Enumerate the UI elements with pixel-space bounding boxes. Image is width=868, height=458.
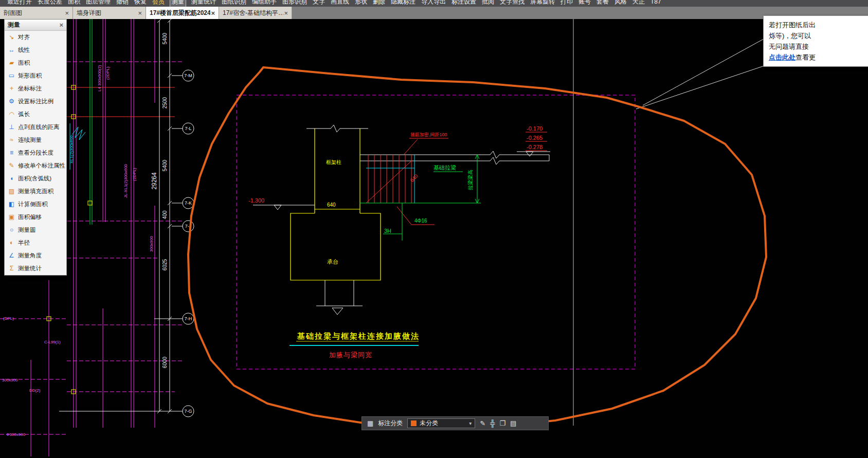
tab-label: 17#楼首层梁配筋2024… (150, 9, 210, 17)
menu-item[interactable]: 长度公差 (38, 0, 62, 7)
tool-label: 修改单个标注属性 (18, 162, 65, 170)
frame-column-label: 框架柱 (326, 159, 341, 165)
continuous-measure-icon: ≈ (8, 136, 15, 144)
menu-item[interactable]: 最近打开 (7, 0, 32, 7)
area-with-arc-icon: ◖ (8, 175, 15, 182)
menu-item[interactable]: 标注设置 (451, 0, 476, 7)
svg-text:XL1(2)300x600: XL1(2)300x600 (69, 135, 74, 163)
menu-item[interactable]: 画直线 (331, 0, 349, 7)
tool-item[interactable]: ⊥ 点到直线的距离 (5, 121, 66, 134)
tool-item[interactable]: ✎ 修改单个标注属性 (5, 159, 66, 172)
document-tab[interactable]: 17#楼首层梁配筋2024… × (146, 7, 219, 19)
svg-text:300x900: 300x900 (2, 378, 18, 382)
print-icon[interactable]: ▤ (510, 420, 516, 427)
tool-item[interactable]: ▭ 矩形面积 (5, 69, 66, 82)
menu-item[interactable]: 屏幕旋转 (530, 0, 555, 7)
document-tab[interactable]: 墙身详图 × (73, 7, 146, 19)
tool-item[interactable]: ○ 测量圆 (5, 224, 66, 236)
copy-icon[interactable]: ❐ (499, 420, 505, 427)
svg-text:400: 400 (162, 210, 168, 219)
category-grid-icon[interactable]: ▦ (367, 420, 373, 427)
menu-item[interactable]: 删除 (373, 0, 385, 7)
rebar-label: 4Φ16 (414, 218, 427, 224)
notification-text: 若打开图纸后出 (769, 20, 868, 30)
menu-item[interactable]: 文字 (313, 0, 325, 7)
level-mark: -0.170 (527, 125, 542, 132)
menu-item[interactable]: 图纸识别 (222, 0, 246, 7)
menu-item[interactable]: 风格 (614, 0, 627, 7)
area-offset-icon: ▣ (8, 213, 15, 221)
tool-item[interactable]: ∠ 测量角度 (5, 249, 66, 262)
tool-label: 半径 (18, 239, 30, 247)
menu-item[interactable]: 导入导出 (421, 0, 446, 7)
category-label: 标注分类 (378, 419, 403, 428)
orange-marker-loop (188, 67, 766, 428)
svg-text:(2DPL): (2DPL) (132, 168, 137, 181)
tool-item[interactable]: ≈ 连续测量 (5, 134, 66, 146)
tool-label: 点到直线的距离 (18, 123, 60, 131)
tool-label: 计算侧面积 (18, 200, 48, 208)
tool-label: 测量统计 (18, 265, 42, 272)
svg-text:(2DPL): (2DPL) (105, 66, 110, 80)
menu-item[interactable]: 隐藏标注 (391, 0, 415, 7)
menu-item[interactable]: 恢复 (134, 0, 147, 7)
svg-text:5400: 5400 (162, 32, 168, 44)
close-icon[interactable]: × (284, 9, 288, 17)
close-icon[interactable]: × (65, 9, 69, 17)
linear-measure-icon: ↔ (8, 46, 15, 54)
close-icon[interactable]: × (59, 21, 63, 29)
menu-item[interactable]: 批阅 (482, 0, 494, 7)
menu-item[interactable]: 账号 (578, 0, 591, 7)
tie-beam-label: 基础拉梁 (433, 164, 456, 171)
tool-item[interactable]: Σ 测量统计 (5, 262, 66, 275)
tool-item[interactable]: ◐ 半径 (5, 236, 66, 249)
tool-item[interactable]: ◖ 面积(含弧线) (5, 172, 66, 185)
menu-item[interactable]: 测量 (170, 0, 186, 7)
tab-strip: 剖面图 × 墙身详图 × 17#楼首层梁配筋2024… × 17#宿舍-基础结构… (0, 7, 292, 19)
tool-item[interactable]: ▨ 测量填充面积 (5, 185, 66, 198)
tool-label: 测量圆 (18, 226, 36, 234)
svg-text:C-L99(1): C-L99(1) (44, 340, 61, 344)
tool-item[interactable]: + 坐标标注 (5, 82, 66, 95)
tool-label: 弧长 (18, 111, 30, 118)
total-dimension: 29264 (151, 172, 158, 190)
menu-item[interactable]: 测量统计 (191, 0, 216, 7)
tool-item[interactable]: ◠ 弧长 (5, 108, 66, 121)
close-icon[interactable]: × (211, 9, 215, 17)
tool-item[interactable]: ⚙ 设置标注比例 (5, 95, 66, 108)
menu-item[interactable]: 面积 (68, 0, 80, 7)
menu-item[interactable]: 天正 (632, 0, 645, 7)
tool-item[interactable]: ↔ 线性 (5, 44, 66, 57)
level-mark: -1.300 (248, 197, 264, 204)
menu-item[interactable]: T87 (650, 0, 661, 7)
document-tab[interactable]: 剖面图 × (0, 7, 73, 19)
document-tab[interactable]: 17#宿舍-基础结构平… × (219, 7, 292, 19)
tool-label: 面积(含弧线) (18, 175, 51, 182)
tool-item[interactable]: ◧ 计算侧面积 (5, 198, 66, 211)
category-dropdown[interactable]: 未分类 ▾ (407, 418, 475, 428)
grid-label: 7-K (185, 200, 192, 206)
menu-item[interactable]: 撤销 (116, 0, 129, 7)
tool-item[interactable]: ▣ 面积偏移 (5, 211, 66, 224)
menu-item[interactable]: 套餐 (596, 0, 609, 7)
menu-item[interactable]: 图层管理 (86, 0, 111, 7)
menu-item[interactable]: 打印 (560, 0, 573, 7)
menu-item[interactable]: 图形识别 (282, 0, 307, 7)
close-icon[interactable]: × (138, 9, 142, 17)
move-icon[interactable]: ╬ (490, 420, 495, 427)
tool-item[interactable]: ≡ 查看分段长度 (5, 146, 66, 159)
coordinate-icon: + (8, 85, 15, 93)
svg-text:2500: 2500 (162, 97, 168, 108)
svg-text:300x900: 300x900 (149, 236, 154, 252)
menu-item[interactable]: 编组助手 (252, 0, 277, 7)
menu-item[interactable]: 会员 (152, 0, 165, 7)
menu-item[interactable]: 形状 (355, 0, 367, 7)
menu-item[interactable]: 文字查找 (500, 0, 525, 7)
measure-tool-panel: 测量 × ↘ 对齐 ↔ 线性 ▰ 面积 ▭ 矩形面积 + 坐标标注 ⚙ 设置标注… (4, 19, 67, 276)
tool-item[interactable]: ↘ 对齐 (5, 31, 66, 44)
tool-item[interactable]: ▰ 面积 (5, 57, 66, 69)
tool-label: 设置标注比例 (18, 98, 53, 105)
side-area-icon: ◧ (8, 200, 15, 208)
view-more-link[interactable]: 点击此处 (769, 53, 795, 61)
edit-icon[interactable]: ✎ (480, 420, 485, 427)
